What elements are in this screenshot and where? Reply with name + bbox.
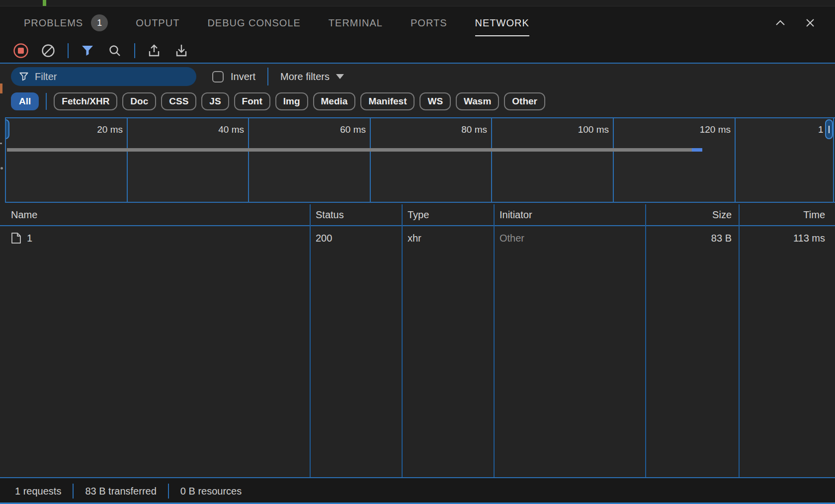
filter-bar: Invert More filters xyxy=(0,64,835,89)
tab-problems[interactable]: PROBLEMS 1 xyxy=(24,7,108,39)
request-name-cell: 1 xyxy=(0,226,311,250)
overview-left-handle[interactable] xyxy=(5,119,9,139)
panel-controls xyxy=(773,7,817,39)
filter-separator xyxy=(267,68,268,85)
request-time-cell: 113 ms xyxy=(740,226,835,250)
summary-separator xyxy=(73,484,74,499)
request-status-cell: 200 xyxy=(311,226,403,250)
network-panel: Invert More filters All Fetch/XHR Doc CS… xyxy=(0,64,835,478)
close-panel-icon[interactable] xyxy=(803,16,817,30)
more-filters-button[interactable]: More filters xyxy=(280,71,344,83)
gridline xyxy=(833,118,834,202)
editor-edge-mark xyxy=(0,143,2,144)
chip-js[interactable]: JS xyxy=(201,92,229,110)
tick-label: 20 ms xyxy=(78,124,123,135)
summary-bar: 1 requests 83 B transferred 0 B resource… xyxy=(0,478,835,504)
chip-font[interactable]: Font xyxy=(234,92,270,110)
clear-block-icon[interactable] xyxy=(39,42,57,60)
chip-media[interactable]: Media xyxy=(313,92,356,110)
column-separator[interactable] xyxy=(310,204,311,477)
waterfall-bar-download xyxy=(692,148,702,152)
chip-wasm[interactable]: Wasm xyxy=(456,92,499,110)
column-header-time[interactable]: Time xyxy=(740,204,835,225)
line-number: 20 xyxy=(24,6,36,6)
document-icon xyxy=(11,232,21,244)
transferred-size: 83 B transferred xyxy=(85,486,156,497)
table-row[interactable]: 1 200 xhr Other 83 B 113 ms xyxy=(0,226,835,250)
resource-type-chips: All Fetch/XHR Doc CSS JS Font Img Media … xyxy=(0,89,835,117)
filter-input[interactable] xyxy=(35,71,174,83)
chip-separator xyxy=(46,93,47,110)
tab-ports[interactable]: PORTS xyxy=(411,7,447,39)
table-header: Name Status Type Initiator Size Time xyxy=(0,204,835,226)
chip-other[interactable]: Other xyxy=(504,92,545,110)
invert-toggle: Invert xyxy=(212,71,255,83)
tick-label-partial: 1 xyxy=(818,124,824,135)
column-header-name[interactable]: Name xyxy=(0,204,311,225)
chip-fetch-xhr[interactable]: Fetch/XHR xyxy=(54,92,117,110)
invert-checkbox[interactable] xyxy=(212,71,224,83)
tick-label: 120 ms xyxy=(686,124,731,135)
tick-label: 80 ms xyxy=(442,124,487,135)
record-stop-icon[interactable] xyxy=(12,42,30,60)
column-separator[interactable] xyxy=(494,204,495,477)
chevron-down-icon xyxy=(336,74,344,79)
git-modified-gutter xyxy=(43,0,46,6)
code-line: 20 // const yourMMKVStorage = new MMKV()… xyxy=(0,0,835,6)
column-separator[interactable] xyxy=(645,204,646,477)
column-separator[interactable] xyxy=(402,204,403,477)
tick-label: 40 ms xyxy=(199,124,244,135)
gridline xyxy=(491,118,492,202)
request-size-cell: 83 B xyxy=(646,226,740,250)
gridline xyxy=(735,118,736,202)
tab-output[interactable]: OUTPUT xyxy=(136,7,179,39)
tab-debug-console[interactable]: DEBUG CONSOLE xyxy=(207,7,300,39)
maximize-panel-icon[interactable] xyxy=(773,16,787,30)
filter-input-pill[interactable] xyxy=(11,67,196,86)
search-icon[interactable] xyxy=(106,42,124,60)
tick-label: 60 ms xyxy=(321,124,366,135)
requests-count: 1 requests xyxy=(15,486,61,497)
import-upload-icon[interactable] xyxy=(145,42,163,60)
timeline-overview[interactable]: 20 ms 40 ms 60 ms 80 ms 100 ms 120 ms 1 xyxy=(5,117,835,203)
column-header-status[interactable]: Status xyxy=(311,204,403,225)
chip-manifest[interactable]: Manifest xyxy=(360,92,415,110)
resources-size: 0 B resources xyxy=(180,486,242,497)
gridline xyxy=(127,118,128,202)
summary-separator xyxy=(168,484,169,499)
column-separator[interactable] xyxy=(739,204,740,477)
column-header-size[interactable]: Size xyxy=(646,204,740,225)
waterfall-bar-waiting xyxy=(7,148,692,152)
request-type-cell: xhr xyxy=(403,226,495,250)
gridline xyxy=(248,118,249,202)
toolbar-separator xyxy=(68,43,69,58)
filter-funnel-icon[interactable] xyxy=(79,42,96,60)
problems-count-badge: 1 xyxy=(91,14,108,31)
tab-network[interactable]: NETWORK xyxy=(475,7,529,39)
tab-terminal[interactable]: TERMINAL xyxy=(329,7,383,39)
editor-edge-mark xyxy=(0,84,2,93)
chip-ws[interactable]: WS xyxy=(419,92,451,110)
column-header-type[interactable]: Type xyxy=(403,204,495,225)
column-header-initiator[interactable]: Initiator xyxy=(495,204,646,225)
editor-strip: 20 // const yourMMKVStorage = new MMKV()… xyxy=(0,0,835,6)
gridline xyxy=(613,118,614,202)
requests-table: Name Status Type Initiator Size Time 1 2… xyxy=(0,204,835,478)
chip-doc[interactable]: Doc xyxy=(122,92,156,110)
chip-img[interactable]: Img xyxy=(275,92,308,110)
overview-right-handle[interactable] xyxy=(825,119,833,139)
chip-all[interactable]: All xyxy=(11,92,39,110)
invert-label: Invert xyxy=(231,71,255,83)
panel-tabbar: PROBLEMS 1 OUTPUT DEBUG CONSOLE TERMINAL… xyxy=(0,7,835,39)
tick-label: 100 ms xyxy=(564,124,609,135)
funnel-icon xyxy=(19,72,29,82)
request-initiator-cell: Other xyxy=(495,226,646,250)
network-toolbar xyxy=(0,39,835,63)
chip-css[interactable]: CSS xyxy=(161,92,196,110)
export-download-icon[interactable] xyxy=(172,42,190,60)
gridline xyxy=(370,118,371,202)
editor-edge-mark xyxy=(0,167,3,169)
toolbar-separator xyxy=(134,43,135,58)
